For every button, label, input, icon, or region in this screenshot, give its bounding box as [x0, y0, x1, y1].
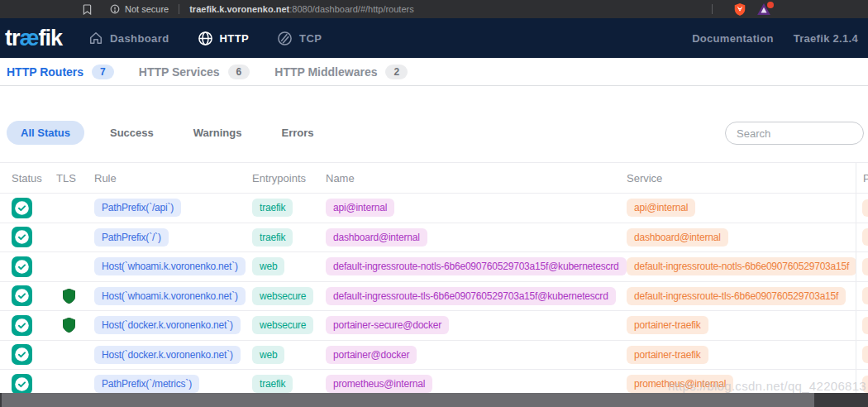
success-status-icon	[12, 227, 32, 247]
nav-item-label: TCP	[299, 32, 322, 45]
rule-chip: PathPrefix(`/metrics`)	[94, 375, 199, 393]
router-name-chip: prometheus@internal	[326, 375, 432, 393]
divider	[179, 4, 179, 14]
rule-chip: Host(`whoami.k.voronenko.net`)	[94, 287, 246, 305]
tab-count-badge: 2	[385, 65, 408, 79]
table-row[interactable]: Host(`docker.k.voronenko.net`) web porta…	[0, 341, 868, 371]
column-header-rule: Rule	[88, 172, 246, 184]
success-status-icon	[12, 256, 32, 277]
success-status-icon	[12, 198, 32, 218]
nav-item-dashboard[interactable]: Dashboard	[88, 31, 169, 45]
rule-chip: Host(`docker.k.voronenko.net`)	[94, 316, 241, 334]
success-status-icon	[12, 344, 32, 365]
service-chip: default-ingressroute-notls-6b6e090760529…	[627, 257, 856, 275]
status-filters: All Status Success Warnings Errors	[7, 121, 328, 145]
browser-window: Not secure traefik.k.voronenko.net:8080/…	[0, 0, 868, 407]
notification-dot	[767, 2, 774, 8]
tab-http-middlewares[interactable]: HTTP Middlewares 2	[274, 65, 408, 79]
router-name-chip: default-ingressroute-tls-6b6e09076052970…	[326, 287, 616, 305]
tab-http-services[interactable]: HTTP Services 6	[139, 65, 250, 79]
tab-label: HTTP Services	[139, 65, 220, 79]
entrypoint-chip: traefik	[252, 228, 293, 247]
service-chip: portainer-traefik	[627, 316, 708, 334]
filter-success[interactable]: Success	[96, 121, 168, 145]
section-tabs: HTTP Routers 7 HTTP Services 6 HTTP Midd…	[0, 58, 868, 86]
table-row[interactable]: PathPrefix(`/api`) traefik api@internal …	[0, 194, 868, 223]
app-navbar: træfik Dashboard HTTP TCP Documentation …	[0, 18, 868, 58]
routers-table: Status TLS Rule Entrypoints Name Service…	[0, 162, 868, 393]
column-header-provider: Provider	[856, 163, 868, 193]
security-label: Not secure	[125, 4, 169, 14]
search-input[interactable]	[737, 127, 868, 140]
column-header-tls: TLS	[50, 172, 88, 184]
service-chip: api@internal	[627, 199, 695, 217]
entrypoint-chip: websecure	[252, 287, 313, 305]
network-icon	[277, 31, 293, 46]
globe-icon	[198, 31, 213, 46]
table-row[interactable]: PathPrefix(`/`) traefik dashboard@intern…	[0, 223, 868, 253]
entrypoint-chip: traefik	[252, 199, 293, 217]
site-security-indicator[interactable]: Not secure	[110, 4, 169, 14]
service-chip: default-ingressroute-tls-6b6e09076052970…	[627, 287, 846, 305]
url-path: :8080/dashboard/#/http/routers	[289, 4, 413, 14]
filter-warnings[interactable]: Warnings	[179, 121, 256, 145]
router-name-chip: dashboard@internal	[326, 228, 427, 247]
nav-item-http[interactable]: HTTP	[198, 31, 250, 46]
table-row[interactable]: Host(`whoami.k.voronenko.net`) web defau…	[0, 252, 868, 282]
bookmark-icon[interactable]	[83, 4, 92, 15]
table-row[interactable]: Host(`docker.k.voronenko.net`) websecure…	[0, 311, 868, 341]
scrollbar-thumb[interactable]	[2, 393, 814, 407]
filter-all-status[interactable]: All Status	[7, 121, 84, 145]
tab-label: HTTP Middlewares	[274, 65, 377, 79]
success-status-icon	[12, 315, 32, 336]
brave-shield-icon[interactable]	[734, 3, 746, 16]
entrypoint-chip: web	[252, 346, 284, 364]
rule-chip: Host(`whoami.k.voronenko.net`)	[94, 257, 246, 275]
provider-chip	[862, 317, 868, 334]
tab-count-badge: 6	[228, 65, 250, 79]
tls-shield-icon	[63, 318, 75, 333]
service-chip: dashboard@internal	[627, 228, 728, 247]
extension-icon[interactable]	[757, 3, 770, 15]
column-header-service: Service	[620, 172, 856, 184]
column-header-status: Status	[0, 172, 50, 184]
divider	[712, 4, 713, 14]
router-name-chip: default-ingressroute-notls-6b6e090760529…	[326, 257, 627, 275]
success-status-icon	[12, 374, 32, 393]
address-bar[interactable]: traefik.k.voronenko.net:8080/dashboard/#…	[189, 4, 414, 14]
table-header-row: Status TLS Rule Entrypoints Name Service…	[0, 163, 868, 194]
tab-label: HTTP Routers	[7, 65, 83, 79]
entrypoint-chip: traefik	[252, 375, 293, 393]
router-name-chip: api@internal	[326, 199, 394, 217]
provider-chip	[862, 287, 868, 304]
nav-item-label: Dashboard	[110, 32, 169, 45]
service-chip: portainer-traefik	[627, 346, 708, 364]
filter-errors[interactable]: Errors	[267, 121, 327, 145]
tab-http-routers[interactable]: HTTP Routers 7	[7, 65, 114, 79]
success-status-icon	[12, 285, 32, 306]
rule-chip: Host(`docker.k.voronenko.net`)	[94, 346, 241, 364]
provider-chip	[862, 258, 868, 275]
nav-item-tcp[interactable]: TCP	[277, 31, 322, 46]
documentation-link[interactable]: Documentation	[692, 32, 774, 45]
router-name-chip: portainer@docker	[326, 346, 417, 364]
horizontal-scrollbar[interactable]	[0, 393, 868, 407]
url-host: traefik.k.voronenko.net	[189, 4, 289, 14]
column-header-name: Name	[319, 172, 620, 184]
provider-chip	[862, 346, 868, 363]
version-label[interactable]: Traefik 2.1.4	[794, 32, 858, 45]
entrypoint-chip: websecure	[252, 316, 313, 334]
router-name-chip: portainer-secure@docker	[326, 316, 449, 334]
tab-count-badge: 7	[92, 65, 114, 79]
watermark: https://blog.csdn.net/qq_42206813	[668, 379, 866, 393]
rule-chip: PathPrefix(`/`)	[94, 228, 169, 247]
nav-item-label: HTTP	[220, 32, 250, 45]
table-row[interactable]: Host(`whoami.k.voronenko.net`) websecure…	[0, 282, 868, 312]
traefik-logo[interactable]: træfik	[5, 27, 62, 50]
provider-chip	[862, 199, 868, 217]
browser-toolbar: Not secure traefik.k.voronenko.net:8080/…	[0, 0, 868, 18]
column-header-entrypoints: Entrypoints	[246, 172, 319, 184]
rule-chip: PathPrefix(`/api`)	[94, 199, 181, 217]
home-icon	[88, 31, 103, 45]
search-box[interactable]	[725, 122, 864, 145]
